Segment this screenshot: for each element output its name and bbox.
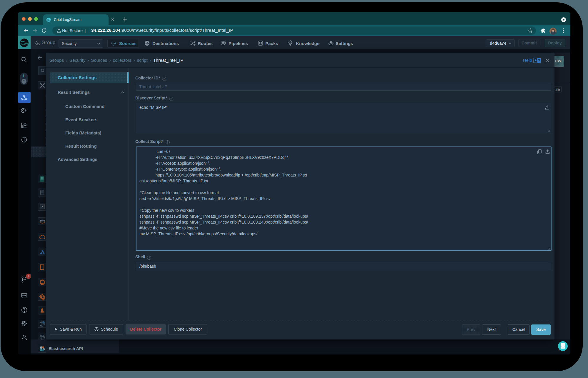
svg-text:?: ? — [538, 59, 540, 63]
